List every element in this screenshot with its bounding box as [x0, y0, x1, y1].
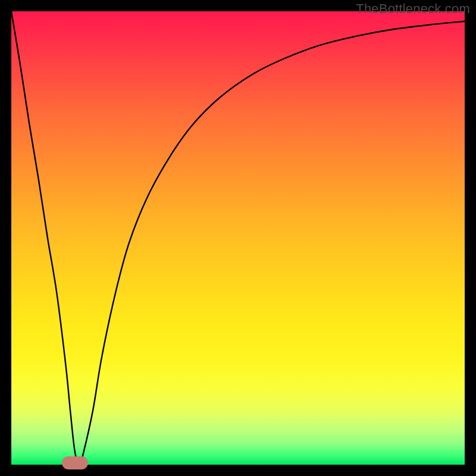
plot-area: [11, 11, 465, 465]
watermark-text: TheBottleneck.com: [356, 1, 470, 17]
bottleneck-curve-path: [11, 11, 465, 465]
chart-frame: TheBottleneck.com: [0, 0, 476, 476]
optimal-point-marker: [62, 456, 88, 469]
curve-svg: [11, 11, 465, 465]
